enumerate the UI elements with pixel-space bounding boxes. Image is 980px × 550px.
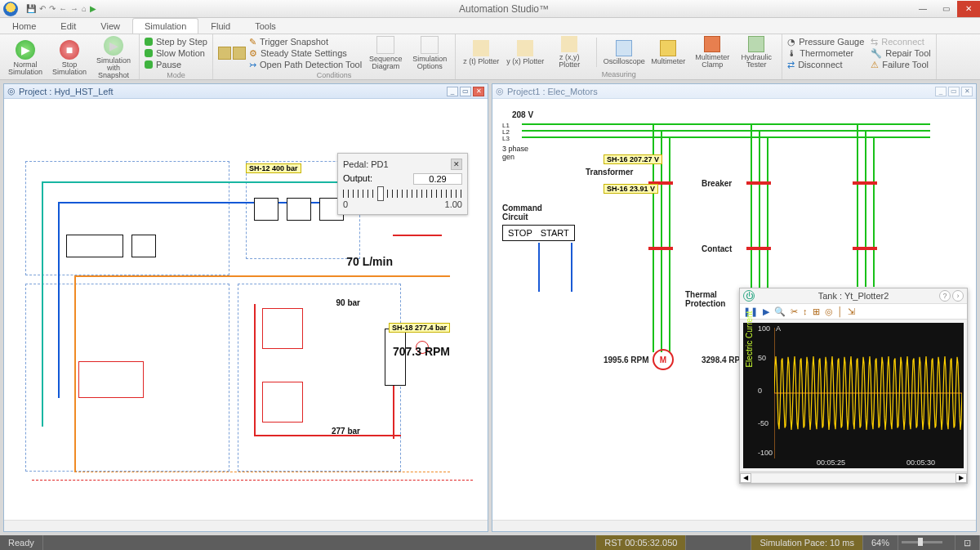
right-schematic-canvas[interactable]: 208 V L1 L2 L3 3 phase gen <box>492 99 976 520</box>
step-icon <box>145 38 153 46</box>
plotter-toolbar[interactable]: ❚❚ ▶ 🔍 ✂ ↕ ⊞ ◎ │ ⇲ <box>740 303 967 320</box>
multimeter-clamp-button[interactable]: Multimeter Clamp <box>692 36 733 69</box>
pane-min-button[interactable]: _ <box>935 87 947 96</box>
command-box[interactable]: STOP START <box>502 225 575 241</box>
motor-1[interactable]: M <box>653 349 674 370</box>
simulation-snapshot-button[interactable]: ▶Simulation with Snapshot <box>93 36 134 79</box>
qat-save-icon[interactable]: 💾 <box>26 4 36 13</box>
plotter-chart[interactable]: Electric Current 100 A 50 0 -50 -100 00:… <box>743 323 964 468</box>
plotter-more-button[interactable]: › <box>952 290 964 302</box>
ribbon-group-control: ▶Normal Simulation ■Stop Simulation ▶Sim… <box>0 34 140 79</box>
plotter-export-icon[interactable]: ⇲ <box>848 306 855 317</box>
left-schematic-canvas[interactable]: SH-12 400 bar SH-18 277.4 bar 70 L/min 9… <box>4 99 488 520</box>
tab-edit[interactable]: Edit <box>48 18 88 34</box>
steady-state-button[interactable]: ⚙Steady State Settings <box>249 47 362 59</box>
qat-play-icon[interactable]: ▶ <box>90 4 96 13</box>
left-pane: ◎ Project : Hyd_HST_Left _ ▭ ✕ <box>3 83 488 532</box>
command-label: Command Circuit <box>502 203 542 221</box>
simulation-options-button[interactable]: Simulation Options <box>409 36 450 70</box>
open-path-button[interactable]: ↣Open Path Detection Tool <box>249 59 362 70</box>
minimize-button[interactable]: — <box>911 1 934 17</box>
quick-access-toolbar[interactable]: 💾 ↶ ↷ ← → ⌂ ▶ <box>26 4 96 13</box>
qat-back-icon[interactable]: ← <box>59 4 67 13</box>
zxy-plotter-button[interactable]: z (x,y) Plotter <box>549 36 590 69</box>
qat-fwd-icon[interactable]: → <box>70 4 78 13</box>
stop-simulation-button[interactable]: ■Stop Simulation <box>49 40 90 76</box>
failure-tool-button[interactable]: ⚠Failure Tool <box>871 59 930 70</box>
plotter-window[interactable]: ⏻ Tank : Yt_Plotter2 ?› ❚❚ ▶ 🔍 ✂ ↕ ⊞ ◎ │… <box>739 288 968 484</box>
thermometer-button[interactable]: 🌡Thermometer <box>787 47 864 59</box>
oscilloscope-button[interactable]: Oscilloscope <box>604 40 644 65</box>
tab-tools[interactable]: Tools <box>243 18 288 34</box>
l3-label: L3 <box>502 135 510 142</box>
pressure-gauge-button[interactable]: ◔Pressure Gauge <box>787 36 864 47</box>
plotter-title: Tank : Yt_Plotter2 <box>818 291 889 301</box>
plotter-scrollbar[interactable]: ◀ ▶ <box>740 472 967 483</box>
qat-undo-icon[interactable]: ↶ <box>39 4 46 13</box>
normal-simulation-button[interactable]: ▶Normal Simulation <box>5 40 46 76</box>
plotter-grid-icon[interactable]: ⊞ <box>813 306 820 317</box>
pedal-panel[interactable]: Pedal: PD1✕ Output:0.29 01.00 <box>337 153 468 215</box>
pane-close-button[interactable]: ✕ <box>473 87 484 96</box>
pane-max-button[interactable]: ▭ <box>460 87 471 96</box>
tab-simulation[interactable]: Simulation <box>132 18 198 34</box>
gauge-icon: ◔ <box>787 37 795 47</box>
plotter-ylabel: Electric Current <box>745 311 754 368</box>
cond-icon1[interactable] <box>218 47 231 60</box>
multimeter-button[interactable]: Multimeter <box>648 40 688 65</box>
right-scrollbar[interactable] <box>492 520 976 531</box>
scroll-right-icon[interactable]: ▶ <box>956 473 967 483</box>
plotter-marker-icon[interactable]: │ <box>838 306 844 316</box>
plotter-tool-icon[interactable]: ✂ <box>791 306 798 317</box>
reconnect-button[interactable]: ⇆Reconnect <box>871 36 930 47</box>
ribbon: ▶Normal Simulation ■Stop Simulation ▶Sim… <box>0 34 980 80</box>
zt-icon <box>473 40 489 56</box>
pause-button[interactable]: Pause <box>145 59 207 70</box>
pane-close-button[interactable]: ✕ <box>961 87 973 96</box>
sequence-diagram-button[interactable]: Sequence Diagram <box>365 36 406 70</box>
left-pane-titlebar[interactable]: ◎ Project : Hyd_HST_Left _ ▭ ✕ <box>4 84 488 99</box>
status-zoom[interactable]: 64% <box>863 535 898 550</box>
status-fit-icon[interactable]: ⊡ <box>956 535 980 550</box>
left-scrollbar[interactable] <box>4 520 488 531</box>
ribbon-tabs: Home Edit View Simulation Fluid Tools <box>0 18 980 34</box>
yx-plotter-button[interactable]: y (x) Plotter <box>505 40 546 65</box>
disconnect-button[interactable]: ⇄Disconnect <box>787 59 864 70</box>
scroll-left-icon[interactable]: ◀ <box>740 473 751 483</box>
pressure2-label: 277 bar <box>332 427 360 436</box>
status-zoom-slider[interactable] <box>898 535 956 550</box>
qat-redo-icon[interactable]: ↷ <box>49 4 56 13</box>
repair-tool-button[interactable]: 🔧Repair Tool <box>871 47 930 59</box>
tab-home[interactable]: Home <box>0 18 48 34</box>
pane-min-button[interactable]: _ <box>447 87 458 96</box>
right-pane-titlebar[interactable]: ◎ Project1 : Elec_Motors _ ▭ ✕ <box>492 84 976 99</box>
plotter-play-icon[interactable]: ▶ <box>763 306 769 317</box>
close-button[interactable]: ✕ <box>957 1 980 17</box>
seqdiag-icon <box>376 36 394 54</box>
zt-plotter-button[interactable]: z (t) Plotter <box>461 40 501 65</box>
cond-icon2[interactable] <box>233 47 246 60</box>
pedal-output-value[interactable]: 0.29 <box>413 173 462 185</box>
hydraulic-tester-button[interactable]: Hydraulic Tester <box>736 36 777 69</box>
plotter-zoom-icon[interactable]: 🔍 <box>774 306 786 317</box>
pedal-slider[interactable] <box>343 190 462 198</box>
ribbon-group-troubleshooting: ◔Pressure Gauge 🌡Thermometer ⇄Disconnect… <box>782 34 937 79</box>
start-button[interactable]: START <box>541 228 569 238</box>
maximize-button[interactable]: ▭ <box>934 1 957 17</box>
step-by-step-button[interactable]: Step by Step <box>145 36 207 47</box>
stop-button[interactable]: STOP <box>508 228 532 238</box>
pedal-max: 1.00 <box>445 199 462 209</box>
plotter-power-button[interactable]: ⏻ <box>743 290 755 302</box>
slow-motion-button[interactable]: Slow Motion <box>145 47 207 59</box>
pane-max-button[interactable]: ▭ <box>948 87 960 96</box>
tab-view[interactable]: View <box>88 18 132 34</box>
pedal-close-button[interactable]: ✕ <box>451 159 462 170</box>
plotter-target-icon[interactable]: ◎ <box>825 306 833 317</box>
workspace: ◎ Project : Hyd_HST_Left _ ▭ ✕ <box>0 80 980 535</box>
qat-home-icon[interactable]: ⌂ <box>82 4 87 13</box>
tab-fluid[interactable]: Fluid <box>198 18 243 34</box>
plotter-axis-icon[interactable]: ↕ <box>803 306 808 316</box>
plotter-help-button[interactable]: ? <box>939 290 951 302</box>
pedal-slider-thumb[interactable] <box>377 186 384 201</box>
trigger-snapshot-button[interactable]: ✎Trigger Snapshot <box>249 36 362 47</box>
